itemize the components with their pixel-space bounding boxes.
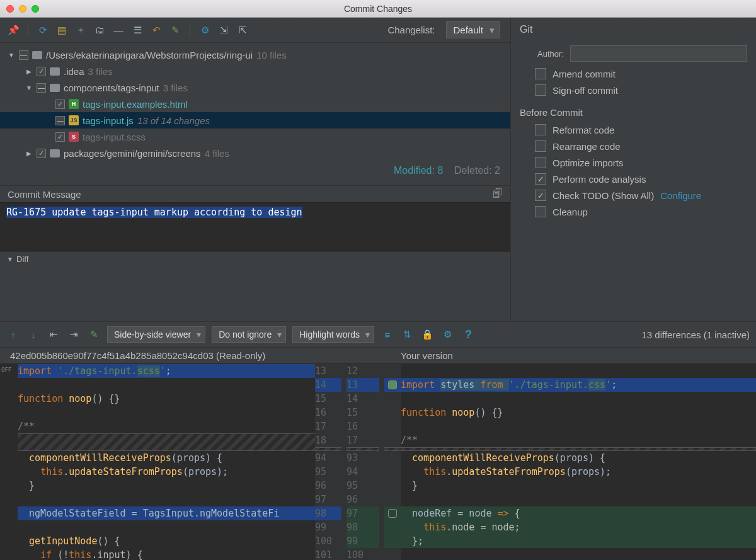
diff-titles: 42ed005b860e90f77c4f51a4b285a8052c94cd03… [0,348,756,364]
checkbox-partial[interactable]: — [37,83,46,93]
analysis-label: Perform code analysis [553,174,646,185]
jump-right-icon[interactable]: ⇥ [67,328,81,341]
edit-icon[interactable]: ✎ [168,23,182,37]
rearrange-label: Rearrange code [553,141,621,152]
right-gutter: 12 13 14 15 16 17 93 94 95 96 97 98 99 1… [346,364,384,560]
ignore-select[interactable]: Do not ignore [212,326,286,343]
group-icon[interactable]: 🗂 [93,23,106,37]
sync-scroll-icon[interactable]: ⇅ [401,328,415,341]
close-icon[interactable] [6,5,14,13]
author-label: Author: [520,49,564,59]
commit-message-input[interactable]: RG-1675 update tags-input markup accordi… [0,202,510,251]
checkbox[interactable] [535,140,546,152]
cleanup-label: Cleanup [553,207,588,217]
configure-link[interactable]: Configure [660,190,701,201]
titlebar: Commit Changes [0,0,756,18]
tree-root[interactable]: ▼ — /Users/ekaterinaprigara/WebstormProj… [0,47,510,63]
checkbox[interactable]: ✓ [55,132,65,142]
checkbox[interactable] [535,124,546,135]
diff-body: OFF import './tags-input.scss'; function… [0,364,756,560]
diff-right-pane[interactable]: import styles from './tags-input.css'; f… [401,364,756,560]
diff-right-title: Your version [391,350,756,361]
diff-left-pane[interactable]: import './tags-input.scss'; function noo… [18,364,315,560]
diff-count-label: 13 differences (1 inactive) [642,329,750,340]
tree-gemini[interactable]: ▶ ✓ packages/gemini/gemini/screens 4 fil… [0,145,510,161]
expand-icon[interactable]: ⇲ [217,23,231,37]
changes-tree: ▼ — /Users/ekaterinaprigara/WebstormProj… [0,43,510,185]
folder-icon [50,149,60,157]
folder-icon [50,67,60,76]
commit-message-header: Commit Message 🗐 [0,185,510,202]
undo-icon[interactable]: ↶ [149,23,163,37]
diff-section-header[interactable]: ▼ Diff [0,251,510,266]
pin-icon[interactable]: 📌 [6,23,20,37]
html-file-icon: H [69,99,79,109]
chevron-down-icon[interactable]: ▼ [6,256,14,263]
minimize-icon[interactable] [19,5,26,13]
show-diff-icon[interactable]: ▤ [55,23,69,37]
include-change-column [384,364,401,560]
folder-icon [50,84,60,92]
checkbox[interactable] [535,68,546,79]
gear-icon[interactable]: ⚙ [441,328,455,341]
git-header: Git [520,24,747,35]
checkbox[interactable]: ✓ [37,149,46,158]
reformat-label: Reformat code [553,125,614,135]
sass-file-icon: S [69,132,79,142]
window-title: Commit Changes [344,4,412,14]
help-icon[interactable]: ? [465,328,472,341]
include-checkbox[interactable] [388,509,397,518]
change-stats: Modified: 8 Deleted: 2 [0,161,510,183]
author-input[interactable] [570,45,747,62]
todo-label: Check TODO (Show All) [553,190,654,201]
before-commit-header: Before Commit [520,107,747,118]
include-checkbox[interactable] [388,380,397,389]
js-file-icon: JS [69,115,79,125]
checkbox-partial[interactable]: — [55,116,65,125]
diff-toolbar: ↑ ↓ ⇤ ⇥ ✎ Side-by-side viewer Do not ign… [0,321,756,348]
maximize-icon[interactable] [32,5,39,13]
checkbox[interactable]: ✓ [55,100,65,109]
checkbox[interactable]: ✓ [37,67,46,76]
tree-idea[interactable]: ▶ ✓ .idea 3 files [0,63,510,79]
checkbox[interactable] [535,206,546,217]
optimize-label: Optimize imports [553,157,624,168]
checkbox-checked[interactable] [535,190,546,201]
checkbox-checked[interactable] [535,173,546,185]
lock-icon[interactable]: 🔒 [421,328,435,341]
add-icon[interactable]: ＋ [74,23,88,37]
chevron-right-icon[interactable]: ▶ [25,150,33,157]
changelist-select[interactable]: Default [446,21,500,38]
author-field-row: Author: [520,45,747,62]
folder-icon [32,51,42,59]
checkbox[interactable] [535,84,546,96]
tree-file-examples[interactable]: ✓ H tags-input.examples.html [0,96,510,112]
left-gutter: 13 14 15 16 17 18 94 95 96 97 98 99 100 … [315,364,346,560]
next-diff-icon[interactable]: ↓ [26,328,40,341]
tree-file-scss[interactable]: ✓ S tags-input.scss [0,129,510,145]
chevron-right-icon[interactable]: ▶ [25,68,33,75]
tree-tags-folder[interactable]: ▼ — components/tags-input 3 files [0,79,510,96]
amend-commit-label: Amend commit [553,69,616,79]
chevron-down-icon[interactable]: ▼ [25,84,33,91]
checkbox[interactable] [535,157,546,168]
checkbox-partial[interactable]: — [19,50,28,60]
tree-file-js[interactable]: — JS tags-input.js 13 of 14 changes [0,112,510,129]
chevron-down-icon[interactable]: ▼ [8,52,15,59]
jump-left-icon[interactable]: ⇤ [47,328,60,341]
prev-diff-icon[interactable]: ↑ [6,328,20,341]
history-icon[interactable]: 🗐 [493,188,503,200]
signoff-commit-label: Sign-off commit [553,85,618,96]
collapse-unchanged-icon[interactable]: ≡ [381,328,394,341]
commit-toolbar: 📌 ⟳ ▤ ＋ 🗂 — ☰ ↶ ✎ ⚙ ⇲ ⇱ Changelist: Defa… [0,18,510,43]
gear-icon[interactable]: ⚙ [198,23,212,37]
off-gutter: OFF [0,364,18,560]
collapse-icon[interactable]: ⇱ [236,23,249,37]
highlight-select[interactable]: Highlight words [292,326,374,343]
edit-diff-icon[interactable]: ✎ [87,328,101,341]
remove-icon[interactable]: — [112,23,125,37]
viewer-mode-select[interactable]: Side-by-side viewer [107,326,205,343]
list-icon[interactable]: ☰ [130,23,144,37]
changelist-label: Changelist: [387,25,435,35]
refresh-icon[interactable]: ⟳ [36,23,50,37]
